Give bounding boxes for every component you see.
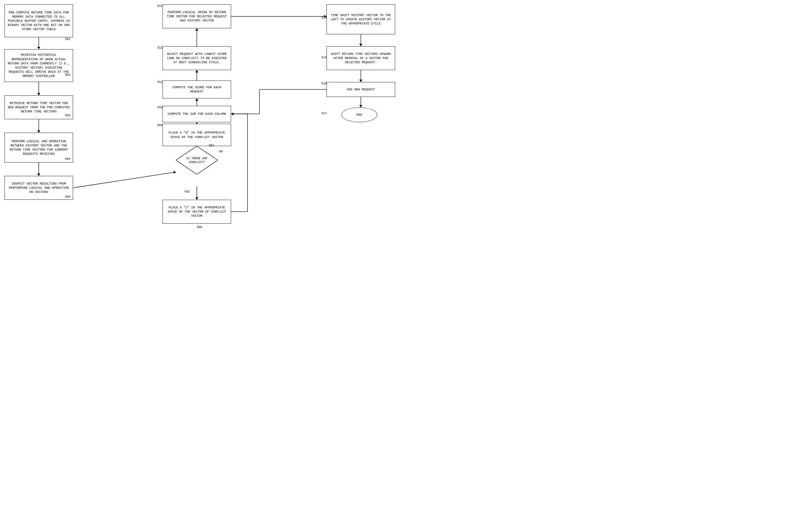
box-501: PRE-COMPUTE RETURN TIME DATA FOR MEMORY … — [4, 4, 73, 37]
svg-line-8 — [73, 172, 176, 188]
ref-505: 505 — [65, 195, 70, 199]
svg-marker-15 — [231, 112, 233, 115]
svg-marker-3 — [37, 93, 40, 95]
ref-503: 503 — [65, 114, 70, 117]
ref-502: 502 — [65, 73, 70, 77]
box-511: COMPUTE THE SCORE FOR EACH REQUEST — [163, 81, 231, 98]
box-516: ADD NEW REQUEST — [326, 82, 395, 97]
svg-marker-25 — [195, 28, 198, 31]
ref-515: 515 — [321, 56, 327, 59]
box-502: MAINTAIN HISTORICAL REPRESENTATION OF WH… — [4, 49, 73, 82]
svg-marker-33 — [359, 105, 362, 107]
ref-509: 509 — [157, 124, 163, 127]
box-503: RETRIEVE RETURN TIME VECTOR FOR NEW REQU… — [4, 95, 73, 119]
box-512: SELECT REQUEST WITH LOWEST SCORE (AND NO… — [163, 46, 231, 70]
ref-514: 514 — [321, 17, 327, 20]
ref-508: 508 — [197, 226, 202, 229]
svg-marker-21 — [195, 98, 198, 101]
box-504: PERFORM LOGICAL AND OPERATION BETWEEN HI… — [4, 133, 73, 162]
ref-516: 516 — [321, 82, 327, 85]
flowchart: PRE-COMPUTE RETURN TIME DATA FOR MEMORY … — [0, 0, 406, 257]
diamond-507: IS THERE ANY CONFLICT? — [176, 146, 218, 174]
svg-marker-1 — [37, 47, 40, 49]
no-label: NO — [219, 150, 223, 153]
svg-marker-7 — [37, 174, 40, 176]
ref-510: 510 — [157, 106, 163, 109]
ref-517: 517 — [321, 112, 327, 115]
yes-label: YES — [184, 190, 190, 193]
svg-marker-9 — [174, 171, 176, 174]
box-509: PLACE A "0" IN THE APPROPRIATE SPACE OF … — [163, 124, 231, 146]
svg-marker-11 — [195, 198, 198, 200]
oval-517-end: END — [342, 107, 377, 122]
ref-501: 501 — [65, 37, 70, 41]
svg-marker-29 — [359, 44, 362, 46]
ref-504: 504 — [65, 157, 70, 161]
box-510: COMPUTE THE SUM FOR EACH COLUMN — [163, 106, 231, 122]
ref-512: 512 — [157, 46, 163, 50]
svg-marker-23 — [195, 70, 198, 72]
box-505: INSPECT VECTOR RESULTING FROM PERFORMING… — [4, 176, 73, 200]
ref-513: 513 — [157, 4, 163, 8]
diamond-507-label: IS THERE ANY CONFLICT? — [179, 156, 215, 164]
box-513: PERFORM LOGICAL ORING OF RETURN TIME VEC… — [163, 4, 231, 28]
svg-marker-31 — [359, 80, 362, 82]
ref-511: 511 — [157, 81, 163, 84]
box-508: PLACE A "1" IN THE APPROPRIATE SPACE OF … — [163, 200, 231, 223]
box-515: SHIFT RETURN TIME VECTORS UPWARD AFTER R… — [326, 46, 395, 70]
svg-marker-5 — [37, 130, 40, 133]
box-514: TIME SHIFT HISTORY VECTOR TO THE LEFT TO… — [326, 4, 395, 34]
